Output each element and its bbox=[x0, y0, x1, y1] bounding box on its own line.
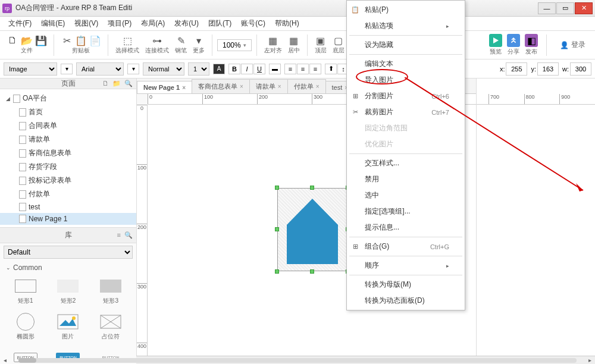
cm-disable[interactable]: 禁用 bbox=[347, 171, 465, 187]
copy-icon[interactable]: 📋 bbox=[76, 35, 86, 46]
toolgroup-select[interactable]: ⬚ 选择模式 bbox=[113, 35, 142, 55]
lib-rect3[interactable]: 矩形3 bbox=[90, 274, 131, 309]
cm-paste-options[interactable]: 粘贴选项▸ bbox=[347, 18, 465, 34]
tab-newpage1[interactable]: New Page 1× bbox=[137, 81, 192, 93]
resize-handle[interactable] bbox=[310, 186, 314, 190]
toolgroup-pen[interactable]: ✎ 钢笔 bbox=[173, 35, 189, 55]
minimize-button[interactable]: — bbox=[538, 2, 556, 14]
bold-button[interactable]: B bbox=[228, 64, 240, 74]
tab-payment[interactable]: 付款单× bbox=[287, 79, 326, 93]
toolgroup-align-center[interactable]: ▦ 居中 bbox=[286, 35, 302, 55]
menu-help[interactable]: 帮助(H) bbox=[270, 18, 304, 29]
x-input[interactable] bbox=[506, 62, 527, 76]
border-color-button[interactable]: ▬ bbox=[269, 64, 281, 74]
tree-page-item[interactable]: 合同表单 bbox=[0, 119, 136, 133]
y-input[interactable] bbox=[537, 62, 559, 76]
login-button[interactable]: 👤 登录 bbox=[555, 40, 590, 50]
menu-layout[interactable]: 布局(A) bbox=[136, 18, 170, 29]
toolgroup-front[interactable]: ▣ 顶层 bbox=[312, 35, 329, 55]
h-scrollbar[interactable] bbox=[18, 358, 577, 363]
selected-image-widget[interactable] bbox=[277, 188, 347, 271]
font-select[interactable]: Arial bbox=[76, 62, 124, 76]
bring-front-icon[interactable]: ▣ bbox=[315, 35, 326, 46]
pen-icon[interactable]: ✎ bbox=[176, 35, 186, 46]
lib-rect2[interactable]: 矩形2 bbox=[48, 274, 89, 309]
cm-import-image[interactable]: 导入图片 bbox=[347, 72, 465, 88]
cm-interaction[interactable]: 交互样式... bbox=[347, 155, 465, 171]
toolgroup-more[interactable]: ▾ 更多 bbox=[190, 35, 207, 55]
maximize-button[interactable]: ▭ bbox=[556, 2, 574, 14]
cm-set-hidden[interactable]: 设为隐藏 bbox=[347, 37, 465, 53]
select-mode-icon[interactable]: ⬚ bbox=[122, 35, 133, 46]
cm-split-image[interactable]: ⊞分割图片Ctrl+6 bbox=[347, 88, 465, 104]
w-input[interactable] bbox=[570, 62, 591, 76]
tree-page-item[interactable]: 客商信息表单 bbox=[0, 146, 136, 160]
cm-paste[interactable]: 📋粘贴(P) bbox=[347, 2, 465, 18]
cm-edit-text[interactable]: 编辑文本 bbox=[347, 56, 465, 72]
align-right-text[interactable]: ≡ bbox=[309, 64, 321, 74]
font-style-select[interactable]: Normal bbox=[143, 62, 184, 76]
scroll-thumb[interactable] bbox=[18, 358, 36, 363]
paste-icon[interactable]: 📄 bbox=[90, 35, 101, 46]
font-color-button[interactable]: ▾ bbox=[127, 64, 139, 74]
font-size-select[interactable]: 13 bbox=[188, 62, 209, 76]
tree-page-item[interactable]: 付款单 bbox=[0, 187, 136, 201]
cm-to-master[interactable]: 转换为母版(M) bbox=[347, 277, 465, 293]
tree-page-item[interactable]: 请款单 bbox=[0, 133, 136, 146]
menu-edit[interactable]: 编辑(E) bbox=[36, 18, 70, 29]
lib-placeholder[interactable]: 占位符 bbox=[90, 310, 131, 344]
cm-tooltip[interactable]: 提示信息... bbox=[347, 219, 465, 236]
cm-to-dynamic-panel[interactable]: 转换为动态面板(D) bbox=[347, 293, 465, 309]
connect-mode-icon[interactable]: ⊶ bbox=[152, 35, 162, 46]
share-button[interactable]: 分享 bbox=[507, 34, 520, 56]
lib-menu-icon[interactable]: ≡ bbox=[117, 231, 121, 239]
search-icon[interactable]: 🔍 bbox=[124, 80, 133, 87]
align-left-icon[interactable]: ▦ bbox=[268, 35, 278, 46]
toolgroup-align-left[interactable]: ▦ 左对齐 bbox=[262, 35, 284, 55]
cm-order[interactable]: 顺序▸ bbox=[347, 258, 465, 274]
menu-file[interactable]: 文件(F) bbox=[4, 18, 36, 29]
close-tab-icon[interactable]: × bbox=[278, 83, 281, 90]
underline-button[interactable]: U bbox=[253, 64, 265, 74]
zoom-select[interactable]: 100%▾ bbox=[217, 39, 252, 51]
align-center-text[interactable]: ≡ bbox=[297, 64, 309, 74]
tree-root[interactable]: ◢ OA平台 bbox=[0, 92, 136, 105]
tab-request[interactable]: 请款单× bbox=[249, 79, 288, 93]
align-center-icon[interactable]: ▦ bbox=[289, 35, 299, 46]
menu-project[interactable]: 项目(P) bbox=[103, 18, 136, 29]
close-button[interactable]: ✕ bbox=[575, 2, 593, 14]
close-tab-icon[interactable]: × bbox=[240, 83, 243, 90]
add-folder-icon[interactable]: 📁 bbox=[112, 80, 121, 87]
lib-ellipse[interactable]: 椭圆形 bbox=[5, 310, 46, 344]
resize-handle[interactable] bbox=[275, 227, 279, 231]
align-top-text[interactable]: ⬆ bbox=[325, 64, 337, 74]
library-set-select[interactable]: Default bbox=[4, 246, 133, 259]
italic-button[interactable]: I bbox=[241, 64, 253, 74]
resize-handle[interactable] bbox=[275, 186, 279, 190]
send-back-icon[interactable]: ▢ bbox=[333, 35, 344, 46]
cut-icon[interactable]: ✂ bbox=[61, 35, 72, 46]
publish-button[interactable]: ◧ 发布 bbox=[525, 34, 538, 56]
widget-type-select[interactable]: Image bbox=[4, 62, 57, 76]
lib-rect1[interactable]: 矩形1 bbox=[5, 274, 46, 309]
open-file-icon[interactable]: 📂 bbox=[21, 35, 32, 46]
menu-team[interactable]: 团队(T) bbox=[203, 18, 236, 29]
resize-handle[interactable] bbox=[310, 269, 314, 274]
close-tab-icon[interactable]: × bbox=[182, 84, 186, 91]
save-icon[interactable]: 💾 bbox=[36, 35, 46, 46]
lib-image[interactable]: 图片 bbox=[48, 310, 89, 344]
new-file-icon[interactable]: 🗋 bbox=[7, 35, 18, 46]
resize-handle[interactable] bbox=[275, 269, 279, 274]
tree-page-item[interactable]: New Page 1 bbox=[0, 213, 136, 225]
collapse-icon[interactable]: ◢ bbox=[5, 96, 11, 102]
scroll-right-icon[interactable]: ▸ bbox=[588, 357, 591, 363]
cm-group[interactable]: ⊞组合(G)Ctrl+G bbox=[347, 239, 465, 255]
align-left-text[interactable]: ≡ bbox=[284, 64, 296, 74]
menu-view[interactable]: 视图(V) bbox=[70, 18, 103, 29]
scroll-left-icon[interactable]: ◂ bbox=[4, 357, 7, 363]
lib-search-icon[interactable]: 🔍 bbox=[124, 231, 133, 239]
cm-crop-image[interactable]: ✂裁剪图片Ctrl+7 bbox=[347, 104, 465, 120]
preview-button[interactable]: 预览 bbox=[489, 34, 502, 56]
menu-publish[interactable]: 发布(U) bbox=[170, 18, 203, 29]
toolgroup-connect[interactable]: ⊶ 连接模式 bbox=[143, 35, 171, 55]
